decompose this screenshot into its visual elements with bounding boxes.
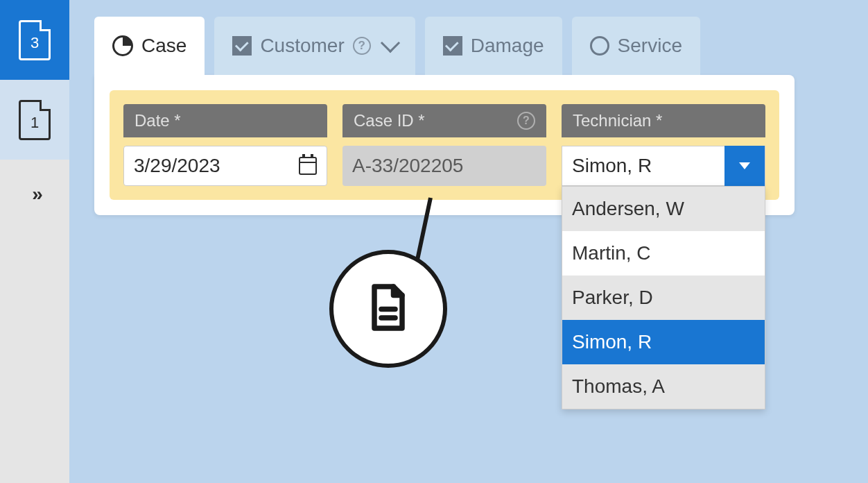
dropdown-item[interactable]: Martin, C bbox=[562, 231, 765, 276]
tab-case[interactable]: Case bbox=[94, 17, 205, 75]
chevron-down-icon bbox=[381, 33, 400, 53]
help-icon: ? bbox=[353, 37, 371, 55]
field-label: Technician * bbox=[562, 104, 765, 137]
document-icon: 1 bbox=[19, 100, 51, 140]
field-technician: Technician * Simon, R Andersen, W Martin… bbox=[562, 104, 765, 186]
sidebar-badge: 3 bbox=[31, 34, 39, 52]
calendar-icon[interactable] bbox=[299, 157, 317, 175]
document-icon bbox=[367, 283, 409, 334]
sidebar-item-doc-3[interactable]: 3 bbox=[0, 0, 69, 80]
tab-damage[interactable]: Damage bbox=[425, 17, 562, 75]
form-row: Date * 3/29/2023 Case ID * ? A-33/202205 bbox=[110, 90, 779, 200]
help-icon[interactable]: ? bbox=[517, 112, 535, 130]
sidebar-expand[interactable]: » bbox=[0, 160, 69, 229]
sidebar: 3 1 » bbox=[0, 0, 69, 483]
select-display[interactable]: Simon, R bbox=[562, 146, 765, 186]
tab-label: Customer bbox=[260, 35, 344, 57]
main-area: Case Customer ? Damage Service Date * 3/… bbox=[94, 17, 795, 215]
dropdown-list: Andersen, W Martin, C Parker, D Simon, R… bbox=[562, 186, 765, 409]
caret-down-icon[interactable] bbox=[724, 146, 765, 186]
technician-select[interactable]: Simon, R Andersen, W Martin, C Parker, D… bbox=[562, 146, 765, 186]
sidebar-item-doc-1[interactable]: 1 bbox=[0, 80, 69, 160]
circle-icon bbox=[590, 36, 609, 56]
tab-customer[interactable]: Customer ? bbox=[214, 17, 415, 75]
date-value: 3/29/2023 bbox=[134, 155, 220, 177]
select-value: Simon, R bbox=[562, 155, 724, 177]
tab-label: Case bbox=[141, 35, 186, 57]
date-input[interactable]: 3/29/2023 bbox=[123, 146, 327, 186]
form-panel: Date * 3/29/2023 Case ID * ? A-33/202205 bbox=[94, 75, 795, 215]
callout-bubble bbox=[329, 250, 447, 368]
tabs-row: Case Customer ? Damage Service bbox=[94, 17, 795, 75]
tab-service[interactable]: Service bbox=[572, 17, 700, 75]
dropdown-item[interactable]: Simon, R bbox=[562, 320, 765, 364]
field-date: Date * 3/29/2023 bbox=[123, 104, 327, 186]
field-label: Date * bbox=[123, 104, 327, 137]
dropdown-item[interactable]: Andersen, W bbox=[562, 187, 765, 231]
checkbox-icon bbox=[232, 36, 252, 56]
field-label: Case ID * ? bbox=[342, 104, 546, 137]
case-id-value: A-33/202205 bbox=[352, 155, 463, 177]
case-id-input: A-33/202205 bbox=[342, 146, 546, 186]
checkbox-icon bbox=[443, 36, 462, 56]
field-case-id: Case ID * ? A-33/202205 bbox=[342, 104, 546, 186]
sidebar-badge: 1 bbox=[31, 114, 39, 132]
pie-progress-icon bbox=[112, 35, 133, 56]
dropdown-item[interactable]: Parker, D bbox=[562, 276, 765, 320]
chevron-right-double-icon: » bbox=[32, 183, 37, 205]
tab-label: Damage bbox=[471, 35, 544, 57]
dropdown-item[interactable]: Thomas, A bbox=[562, 364, 765, 409]
document-icon: 3 bbox=[19, 20, 51, 60]
tab-label: Service bbox=[618, 35, 682, 57]
